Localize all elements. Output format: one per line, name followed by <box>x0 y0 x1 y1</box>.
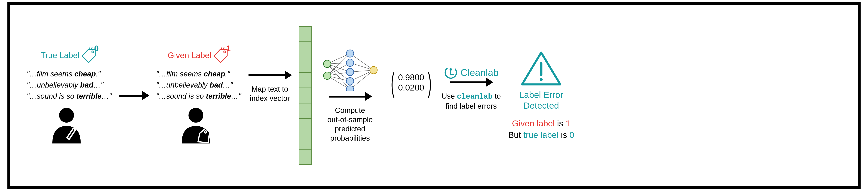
svg-point-3 <box>59 108 74 123</box>
t: 0 <box>569 130 574 140</box>
price-tag-icon: 0 <box>81 47 98 64</box>
q: terrible <box>76 92 102 100</box>
q: bad <box>210 81 223 89</box>
arrow-label-map: Map text to index vector <box>250 84 290 103</box>
t: Map text to <box>250 84 290 93</box>
arrow-true-to-given <box>119 93 149 98</box>
warning-triangle-icon <box>520 50 562 87</box>
prob-0: 0.9800 <box>398 72 424 82</box>
svg-point-33 <box>370 67 377 74</box>
arrow-icon <box>248 73 291 77</box>
t: find label errors <box>442 102 501 111</box>
diagram-canvas: True Label 0 "…film seems cheap." "…unbe… <box>7 2 861 189</box>
cleanlab-logo: Cleanlab <box>444 66 498 80</box>
arrow-icon <box>119 93 149 98</box>
user-tagged-icon <box>178 107 219 144</box>
t: probabilities <box>328 133 373 143</box>
paren-right-icon: ) <box>428 73 432 92</box>
q: cheap <box>74 70 96 78</box>
t: 1 <box>566 119 570 128</box>
cleanlab-logo-icon <box>444 66 458 80</box>
t: But <box>508 130 523 140</box>
t: cleanlab <box>457 92 493 101</box>
price-tag-icon: 1 <box>213 47 229 64</box>
t: out-of-sample <box>328 115 373 124</box>
review-quotes-given: "…film seems cheap." "…unbelievably bad…… <box>156 68 241 102</box>
vector-cell <box>299 26 312 42</box>
svg-point-26 <box>323 60 331 68</box>
result-title: Label Error Detected <box>519 89 563 111</box>
prob-1: 0.0200 <box>398 82 424 93</box>
q: …" <box>223 81 233 89</box>
q: cheap <box>204 70 225 78</box>
q: bad <box>80 81 93 89</box>
svg-point-0 <box>92 51 94 53</box>
t: Label Error <box>519 89 563 100</box>
true-label-text: True Label <box>41 51 80 60</box>
t: Detected <box>519 100 563 111</box>
stage-given-label: Given Label 1 "…film seems cheap." "…unb… <box>156 47 241 144</box>
result-lines: Given label is 1 But true label is 0 <box>508 118 574 141</box>
given-label-tag: Given Label 1 <box>168 47 229 64</box>
review-quotes-true: "…film seems cheap." "…unbelievably bad…… <box>27 68 112 102</box>
vector-cell <box>299 149 312 165</box>
true-label-value: 0 <box>94 44 99 53</box>
result-panel: Label Error Detected Given label is 1 Bu… <box>508 50 574 141</box>
vector-cells <box>299 26 312 165</box>
index-vector <box>299 26 312 165</box>
q: "…sound is so <box>156 92 206 100</box>
vector-cell <box>299 133 312 150</box>
t: true label <box>523 130 558 140</box>
q: "…film seems <box>156 70 204 78</box>
svg-point-6 <box>224 51 226 53</box>
arrow-icon <box>450 80 493 84</box>
q: ." <box>225 70 230 78</box>
cleanlab-name: Cleanlab <box>460 67 498 78</box>
q: "…unbelievably <box>156 81 210 89</box>
svg-point-28 <box>346 50 354 57</box>
given-label-text: Given Label <box>168 51 211 60</box>
vector-cell <box>299 103 312 119</box>
user-writing-icon <box>49 107 90 144</box>
t: Given label <box>512 119 555 128</box>
paren-left-icon: ( <box>391 73 395 92</box>
true-label-tag: True Label 0 <box>41 47 98 64</box>
t: predicted <box>328 124 373 133</box>
q: "…sound is so <box>27 92 76 100</box>
q: "…film seems <box>27 70 74 78</box>
t: Use <box>442 92 457 100</box>
t: is <box>555 119 566 128</box>
predicted-probs: ( 0.9800 0.0200 ) <box>388 72 434 93</box>
q: …" <box>231 92 241 100</box>
arrow-map-text: Map text to index vector <box>248 73 291 103</box>
arrow-label-cleanlab: Use cleanlab to find label errors <box>442 91 501 111</box>
svg-point-27 <box>323 72 331 79</box>
prob-vector: ( 0.9800 0.0200 ) <box>388 72 434 93</box>
vector-cell <box>299 41 312 58</box>
given-label-value: 1 <box>226 44 230 53</box>
vector-cell <box>299 118 312 134</box>
vector-cell <box>299 72 312 88</box>
svg-point-37 <box>450 69 452 70</box>
q: …" <box>93 81 103 89</box>
t: index vector <box>250 93 290 103</box>
q: terrible <box>206 92 231 100</box>
stage-true-label: True Label 0 "…film seems cheap." "…unbe… <box>27 47 112 144</box>
svg-point-30 <box>346 68 354 76</box>
vector-cell <box>299 57 312 73</box>
arrow-icon <box>329 94 371 98</box>
svg-point-39 <box>540 78 542 81</box>
q: ." <box>96 70 100 78</box>
svg-point-31 <box>346 78 354 85</box>
svg-point-9 <box>189 108 204 123</box>
arrow-cleanlab: Cleanlab Use cleanlab to find label erro… <box>442 66 501 111</box>
t: to <box>493 92 501 100</box>
t: is <box>558 130 569 140</box>
svg-point-29 <box>346 59 354 67</box>
arrow-label-compute: Compute out-of-sample predicted probabil… <box>328 106 373 143</box>
q: "…unbelievably <box>27 81 80 89</box>
q: …" <box>101 92 112 100</box>
svg-point-32 <box>346 86 354 91</box>
arrow-compute: Compute out-of-sample predicted probabil… <box>319 48 381 143</box>
vector-cell <box>299 87 312 104</box>
